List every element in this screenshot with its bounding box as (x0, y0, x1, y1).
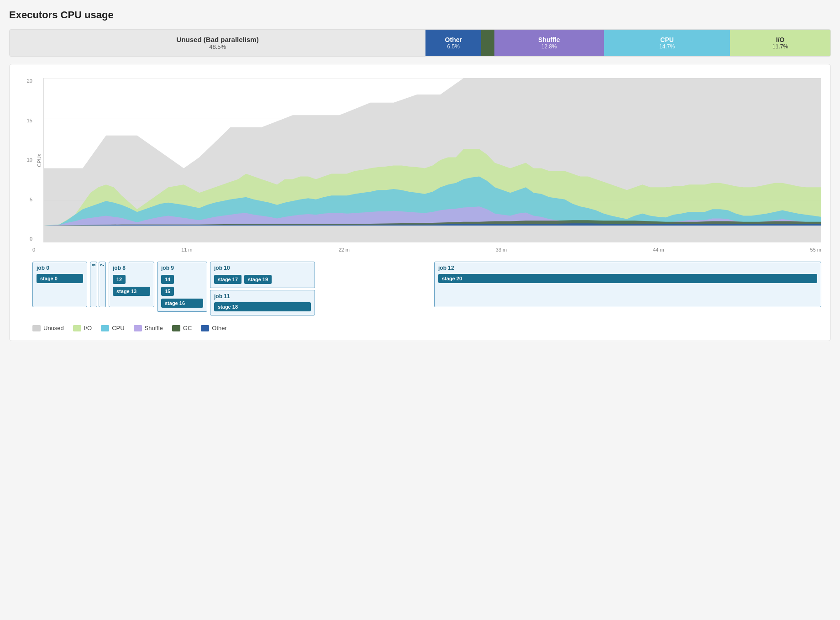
job-block-10: job 10 stage 17 stage 19 (210, 262, 315, 288)
x-tick-55m: 55 m (810, 247, 821, 252)
summary-gc-strip (481, 30, 494, 56)
legend-label-io: I/O (84, 325, 92, 331)
legend-cpu: CPU (101, 325, 124, 331)
cpu-label: CPU (660, 36, 674, 43)
shuffle-label: Shuffle (538, 36, 560, 43)
cpu-pct: 14.7% (659, 43, 675, 50)
x-tick-33m: 33 m (496, 247, 507, 252)
job-9-label: job 9 (161, 265, 203, 271)
summary-cpu: CPU 14.7% (604, 30, 730, 56)
stacked-chart-svg (44, 78, 821, 242)
shuffle-pct: 12.8% (541, 43, 557, 50)
legend-swatch-io (73, 325, 81, 331)
unused-pct: 48.5% (209, 43, 226, 50)
x-tick-44m: 44 m (653, 247, 664, 252)
y-tick-15: 15 (27, 118, 35, 123)
legend-io: I/O (73, 325, 92, 331)
legend-swatch-gc (172, 325, 180, 331)
legend-label-cpu: CPU (112, 325, 124, 331)
legend-gc: GC (172, 325, 192, 331)
x-axis: 0 11 m 22 m 33 m 44 m 55 m (19, 247, 821, 252)
job-11-label: job 11 (214, 293, 311, 299)
summary-unused: Unused (Bad parallelism) 48.5% (10, 30, 425, 56)
stage-18-btn[interactable]: stage 18 (214, 302, 311, 311)
job-10-11-area: job 10 stage 17 stage 19 job 11 stage 18 (210, 262, 315, 315)
summary-io: I/O 11.7% (730, 30, 830, 56)
summary-other: Other 6.5% (425, 30, 481, 56)
y-axis-label-wrapper: CPUs (35, 78, 43, 242)
legend-swatch-unused (32, 325, 41, 331)
stage-12-btn[interactable]: 12 (113, 275, 126, 284)
job-7-label: 7 (99, 262, 106, 268)
unused-label: Unused (Bad parallelism) (177, 36, 259, 43)
legend-shuffle: Shuffle (134, 325, 163, 331)
stage-0-btn[interactable]: stage 0 (37, 274, 83, 283)
x-tick-0: 0 (32, 247, 35, 252)
other-label: Other (445, 36, 462, 43)
summary-bar: Unused (Bad parallelism) 48.5% Other 6.5… (9, 29, 831, 57)
stage-19-btn[interactable]: stage 19 (244, 275, 272, 284)
job-12-label: job 12 (438, 265, 817, 271)
other-pct: 6.5% (447, 43, 460, 50)
legend-swatch-shuffle (134, 325, 142, 331)
job-block-9: job 9 14 15 stage 16 (157, 262, 207, 312)
page-title: Executors CPU usage (9, 9, 831, 21)
job-block-0: job 0 stage 0 (32, 262, 87, 307)
job-6-block: 6 (90, 262, 97, 307)
job-7-block: 7 (99, 262, 106, 307)
legend: Unused I/O CPU Shuffle GC Other (19, 325, 821, 331)
legend-unused: Unused (32, 325, 64, 331)
summary-shuffle: Shuffle 12.8% (494, 30, 604, 56)
legend-label-unused: Unused (43, 325, 64, 331)
job-block-12: job 12 stage 20 (434, 262, 821, 307)
legend-swatch-other (201, 325, 209, 331)
job-block-8: job 8 12 stage 13 (109, 262, 154, 307)
stage-15-btn[interactable]: 15 (161, 287, 174, 296)
x-tick-22m: 22 m (338, 247, 349, 252)
stage-16-btn[interactable]: stage 16 (161, 299, 203, 308)
y-tick-10: 10 (27, 157, 35, 163)
timeline-area: job 0 stage 0 6 7 job 8 12 stage 13 job … (19, 262, 821, 315)
legend-label-shuffle: Shuffle (145, 325, 163, 331)
chart-plot (43, 78, 821, 242)
y-axis-label: CPUs (37, 154, 42, 167)
legend-label-other: Other (212, 325, 227, 331)
job-6-label: 6 (90, 262, 97, 268)
y-tick-5: 5 (30, 197, 35, 202)
legend-other: Other (201, 325, 227, 331)
y-tick-20: 20 (27, 78, 35, 84)
io-label: I/O (776, 36, 785, 43)
stage-17-btn[interactable]: stage 17 (214, 275, 242, 284)
legend-swatch-cpu (101, 325, 109, 331)
job-8-label: job 8 (113, 265, 150, 271)
legend-label-gc: GC (183, 325, 192, 331)
job-block-11: job 11 stage 18 (210, 290, 315, 315)
job-10-label: job 10 (214, 265, 311, 271)
stage-20-btn[interactable]: stage 20 (438, 274, 817, 283)
y-axis: 20 15 10 5 0 (19, 78, 35, 242)
y-tick-0: 0 (30, 236, 35, 242)
chart-container: 20 15 10 5 0 CPUs (9, 64, 831, 341)
x-tick-11m: 11 m (181, 247, 192, 252)
stage-14-btn[interactable]: 14 (161, 275, 174, 284)
chart-area: 20 15 10 5 0 CPUs (19, 78, 821, 242)
stage-13-btn[interactable]: stage 13 (113, 287, 150, 296)
io-pct: 11.7% (772, 43, 788, 50)
job-0-label: job 0 (37, 265, 83, 271)
